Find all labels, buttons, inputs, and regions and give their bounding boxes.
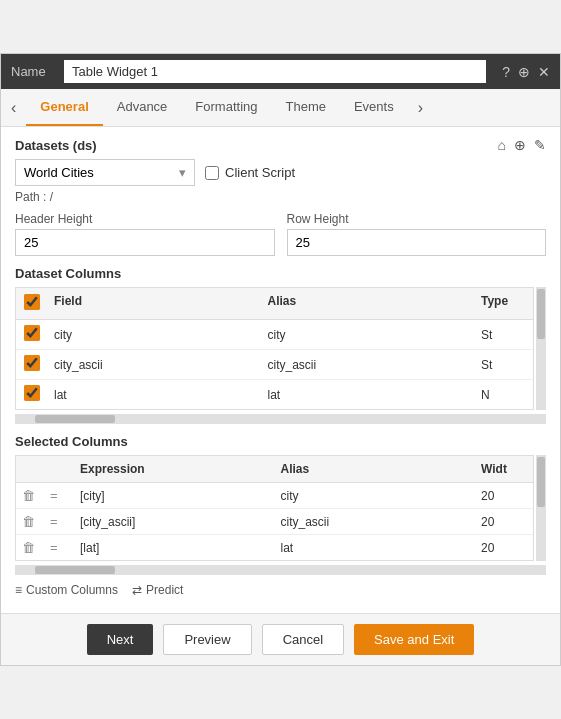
delete-row-city-ascii[interactable]: 🗑 [16, 509, 44, 534]
row-height-label: Row Height [287, 212, 547, 226]
sel-alias-city-ascii: city_ascii [273, 510, 474, 534]
col-header-check [16, 288, 46, 319]
close-icon[interactable]: ✕ [538, 64, 550, 80]
home-icon[interactable]: ⌂ [498, 137, 506, 153]
table-row: city city St [16, 320, 533, 350]
sel-table-row: 🗑 = [lat] lat 20 [16, 535, 533, 560]
tab-general[interactable]: General [26, 89, 102, 126]
sel-col-header-alias: Alias [273, 456, 474, 482]
sel-alias-city: city [273, 484, 474, 508]
predict-tool[interactable]: ⇄ Predict [132, 583, 183, 597]
path-value: / [50, 190, 53, 204]
tab-events[interactable]: Events [340, 89, 408, 126]
cancel-button[interactable]: Cancel [262, 624, 344, 655]
tab-theme[interactable]: Theme [271, 89, 339, 126]
field-city: city [46, 323, 260, 347]
name-label: Name [11, 64, 56, 79]
sel-table-row: 🗑 = [city] city 20 [16, 483, 533, 509]
table-row: city_ascii city_ascii St [16, 350, 533, 380]
sel-width-lat: 20 [473, 536, 533, 560]
move-icon[interactable]: ⊕ [518, 64, 530, 80]
selected-vscroll-thumb [537, 457, 545, 507]
col-header-type: Type [473, 288, 533, 319]
eq-icon-city-ascii: = [44, 509, 72, 534]
selected-columns-header: Expression Alias Widt [16, 456, 533, 483]
col-header-field: Field [46, 288, 260, 319]
preview-button[interactable]: Preview [163, 624, 251, 655]
dataset-hscroll-thumb [35, 415, 115, 423]
dataset-vscroll-thumb [537, 289, 545, 339]
dataset-columns-body: city city St city_ascii city_ascii St la… [16, 320, 533, 409]
col-header-alias: Alias [260, 288, 474, 319]
sel-col-header-eq [44, 456, 72, 482]
predict-icon: ⇄ [132, 583, 142, 597]
sel-col-header-width: Widt [473, 456, 533, 482]
custom-columns-tool[interactable]: ≡ Custom Columns [15, 583, 118, 597]
dataset-vscrollbar[interactable] [536, 287, 546, 410]
selected-columns-body: 🗑 = [city] city 20 🗑 = [city_ascii] city… [16, 483, 533, 560]
footer-tools: ≡ Custom Columns ⇄ Predict [15, 579, 546, 603]
delete-row-lat[interactable]: 🗑 [16, 535, 44, 560]
widget-container: Name ? ⊕ ✕ ‹ General Advance Formatting … [0, 53, 561, 666]
row-check-city-ascii[interactable] [24, 355, 40, 371]
sel-table-row: 🗑 = [city_ascii] city_ascii 20 [16, 509, 533, 535]
dataset-value: World Cities [24, 165, 94, 180]
custom-columns-label: Custom Columns [26, 583, 118, 597]
field-lat: lat [46, 383, 260, 407]
custom-columns-icon: ≡ [15, 583, 22, 597]
height-fields-row: Header Height Row Height [15, 212, 546, 256]
client-script-text: Client Script [225, 165, 295, 180]
selected-hscrollbar[interactable] [15, 565, 546, 575]
prev-tab-arrow[interactable]: ‹ [1, 91, 26, 125]
sel-width-city: 20 [473, 484, 533, 508]
row-height-input[interactable] [287, 229, 547, 256]
add-dataset-icon[interactable]: ⊕ [514, 137, 526, 153]
sel-alias-lat: lat [273, 536, 474, 560]
dataset-columns-table: Field Alias Type city city St city_ascii… [15, 287, 546, 410]
save-exit-button[interactable]: Save and Exit [354, 624, 474, 655]
type-lat: N [473, 383, 533, 407]
content-area: Datasets (ds) ⌂ ⊕ ✎ World Cities ▾ Clien… [1, 127, 560, 613]
header-height-label: Header Height [15, 212, 275, 226]
expr-city-ascii: [city_ascii] [72, 510, 273, 534]
header-height-input[interactable] [15, 229, 275, 256]
selected-hscroll-thumb [35, 566, 115, 574]
alias-lat: lat [260, 383, 474, 407]
header-icons: ? ⊕ ✕ [502, 64, 550, 80]
selected-vscrollbar[interactable] [536, 455, 546, 561]
sel-col-header-expr: Expression [72, 456, 273, 482]
selected-columns-title: Selected Columns [15, 434, 546, 449]
bottom-bar: Next Preview Cancel Save and Exit [1, 613, 560, 665]
client-script-label[interactable]: Client Script [205, 165, 295, 180]
edit-dataset-icon[interactable]: ✎ [534, 137, 546, 153]
dataset-row: World Cities ▾ Client Script [15, 159, 546, 186]
tab-formatting[interactable]: Formatting [181, 89, 271, 126]
next-tab-arrow[interactable]: › [408, 91, 433, 125]
datasets-label: Datasets (ds) [15, 138, 97, 153]
tab-advance[interactable]: Advance [103, 89, 182, 126]
header-height-group: Header Height [15, 212, 275, 256]
path-row: Path : / [15, 190, 546, 204]
table-row: lat lat N [16, 380, 533, 409]
datasets-icons: ⌂ ⊕ ✎ [498, 137, 546, 153]
client-script-checkbox[interactable] [205, 166, 219, 180]
expr-lat: [lat] [72, 536, 273, 560]
delete-row-city[interactable]: 🗑 [16, 483, 44, 508]
type-city-ascii: St [473, 353, 533, 377]
expr-city: [city] [72, 484, 273, 508]
datasets-section-header: Datasets (ds) ⌂ ⊕ ✎ [15, 137, 546, 153]
next-button[interactable]: Next [87, 624, 154, 655]
alias-city-ascii: city_ascii [260, 353, 474, 377]
predict-label: Predict [146, 583, 183, 597]
dataset-hscrollbar[interactable] [15, 414, 546, 424]
field-city-ascii: city_ascii [46, 353, 260, 377]
name-input[interactable] [64, 60, 486, 83]
header-bar: Name ? ⊕ ✕ [1, 54, 560, 89]
row-check-lat[interactable] [24, 385, 40, 401]
help-icon[interactable]: ? [502, 64, 510, 80]
dataset-dropdown[interactable]: World Cities ▾ [15, 159, 195, 186]
select-all-checkbox[interactable] [24, 294, 40, 310]
eq-icon-city: = [44, 483, 72, 508]
row-check-city[interactable] [24, 325, 40, 341]
type-city: St [473, 323, 533, 347]
